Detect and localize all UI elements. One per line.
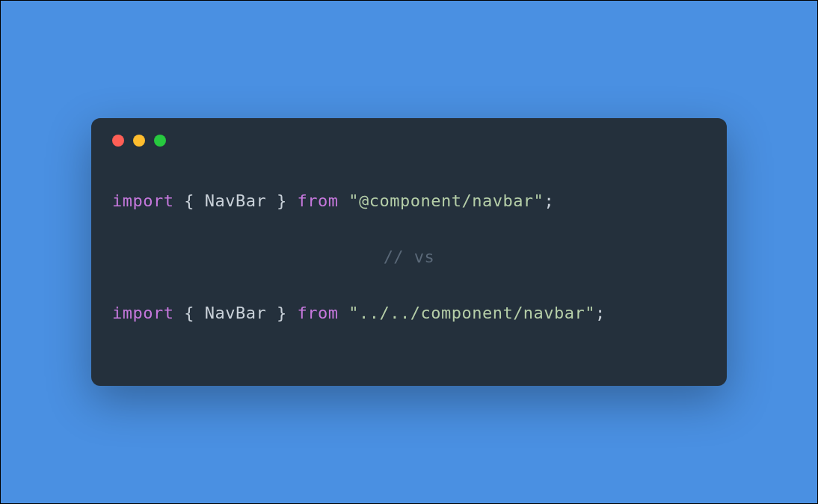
open-brace: { — [173, 191, 204, 210]
semicolon: ; — [595, 304, 606, 322]
code-editor-window: import { NavBar } from "@component/navba… — [91, 118, 727, 387]
code-area: import { NavBar } from "@component/navba… — [91, 147, 727, 327]
import-keyword: import — [112, 304, 173, 322]
space — [338, 191, 348, 210]
comment-line: // vs — [112, 214, 706, 300]
identifier-navbar: NavBar — [205, 304, 266, 322]
close-brace: } — [266, 191, 297, 210]
from-keyword: from — [297, 304, 338, 322]
semicolon: ; — [544, 191, 554, 210]
code-line-2: import { NavBar } from "../../component/… — [112, 300, 706, 326]
open-brace: { — [173, 304, 204, 322]
import-keyword: import — [112, 191, 173, 210]
close-brace: } — [266, 304, 297, 322]
identifier-navbar: NavBar — [205, 191, 266, 210]
maximize-icon[interactable] — [154, 135, 166, 147]
import-path-string: "../../component/navbar" — [348, 304, 595, 322]
import-path-string: "@component/navbar" — [348, 191, 544, 210]
space — [338, 304, 348, 322]
comment-vs: // vs — [384, 248, 435, 266]
code-line-1: import { NavBar } from "@component/navba… — [112, 188, 706, 214]
minimize-icon[interactable] — [133, 135, 145, 147]
close-icon[interactable] — [112, 135, 124, 147]
window-title-bar — [91, 118, 727, 147]
from-keyword: from — [297, 191, 338, 210]
